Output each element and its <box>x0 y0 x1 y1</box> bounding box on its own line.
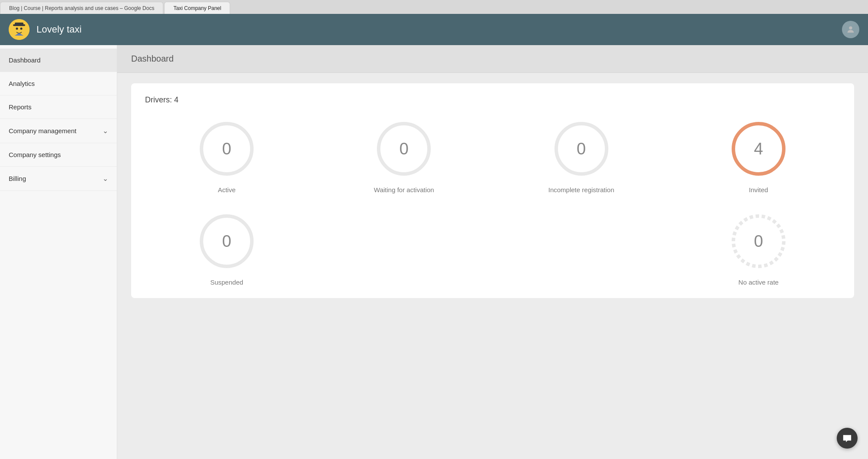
avatar-svg <box>9 19 30 40</box>
company-avatar <box>9 19 30 40</box>
stat-value-suspended: 0 <box>222 232 231 251</box>
sidebar-item-company-settings[interactable]: Company settings <box>0 143 117 167</box>
stat-label-suspended: Suspended <box>210 279 243 286</box>
stat-label-waiting: Waiting for activation <box>374 186 434 193</box>
chevron-down-icon-billing: ⌄ <box>102 174 108 183</box>
user-svg-icon <box>846 25 855 34</box>
svg-point-3 <box>16 28 18 30</box>
header-left: Lovely taxi <box>9 19 82 40</box>
svg-point-5 <box>849 26 852 30</box>
chevron-down-icon: ⌄ <box>102 127 108 135</box>
main-area: Dashboard Analytics Reports Company mana… <box>0 45 868 459</box>
stat-suspended: 0 Suspended <box>145 211 308 286</box>
sidebar-item-company-management[interactable]: Company management ⌄ <box>0 119 117 143</box>
sidebar-item-billing[interactable]: Billing ⌄ <box>0 167 117 191</box>
app-wrapper: Lovely taxi Dashboard Analytics Reports … <box>0 14 868 459</box>
stats-row-1: 0 Active 0 Waiting <box>145 118 840 193</box>
svg-point-4 <box>20 28 23 30</box>
stat-value-invited: 4 <box>754 140 763 158</box>
stat-placeholder-2 <box>322 211 485 286</box>
sidebar: Dashboard Analytics Reports Company mana… <box>0 45 117 459</box>
drivers-card-title: Drivers: 4 <box>145 95 840 105</box>
company-name: Lovely taxi <box>36 24 82 35</box>
svg-point-0 <box>9 19 30 40</box>
stat-circle-invited: 4 <box>728 118 789 179</box>
stat-label-active: Active <box>218 186 236 193</box>
content-area: Dashboard Drivers: 4 0 <box>117 45 868 459</box>
stat-value-active: 0 <box>222 140 231 158</box>
chat-button[interactable] <box>837 428 858 449</box>
drivers-card: Drivers: 4 0 Active <box>131 83 854 298</box>
chat-icon <box>842 433 852 443</box>
stat-circle-suspended: 0 <box>196 211 257 272</box>
stat-incomplete: 0 Incomplete registration <box>500 118 663 193</box>
tab-google-docs[interactable]: Blog | Course | Reports analysis and use… <box>0 2 163 14</box>
stat-value-incomplete: 0 <box>577 140 586 158</box>
browser-tabs: Blog | Course | Reports analysis and use… <box>0 0 868 14</box>
sidebar-item-reports[interactable]: Reports <box>0 95 117 119</box>
svg-rect-2 <box>15 23 23 25</box>
sidebar-item-analytics[interactable]: Analytics <box>0 72 117 95</box>
stat-label-invited: Invited <box>749 186 768 193</box>
content-inner: Drivers: 4 0 Active <box>117 73 868 319</box>
stat-placeholder-3 <box>500 211 663 286</box>
stat-label-no-active-rate: No active rate <box>739 279 779 286</box>
stat-circle-active: 0 <box>196 118 257 179</box>
tab-taxi-panel[interactable]: Taxi Company Panel <box>164 2 230 14</box>
page-header: Dashboard <box>117 45 868 73</box>
page-title: Dashboard <box>131 54 174 63</box>
sidebar-item-dashboard[interactable]: Dashboard <box>0 49 117 72</box>
stat-waiting: 0 Waiting for activation <box>322 118 485 193</box>
stat-value-no-active-rate: 0 <box>754 232 763 251</box>
stat-circle-no-active-rate: 0 <box>728 211 789 272</box>
stat-circle-incomplete: 0 <box>551 118 612 179</box>
stat-active: 0 Active <box>145 118 308 193</box>
top-header: Lovely taxi <box>0 14 868 45</box>
stat-circle-waiting: 0 <box>373 118 434 179</box>
stat-invited: 4 Invited <box>677 118 840 193</box>
user-icon-button[interactable] <box>842 21 859 38</box>
stats-row-2: 0 Suspended <box>145 211 840 286</box>
stat-no-active-rate: 0 No active rate <box>677 211 840 286</box>
stat-label-incomplete: Incomplete registration <box>548 186 614 193</box>
stat-value-waiting: 0 <box>399 140 409 158</box>
